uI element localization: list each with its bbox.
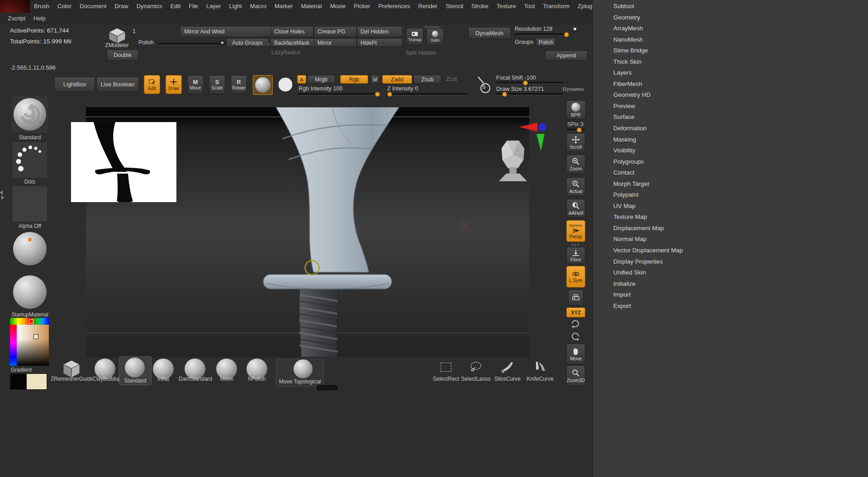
m-button[interactable]: M [370,75,379,84]
resolution-slider-nub[interactable] [564,32,569,37]
xyz-button[interactable]: XYZ [566,307,585,317]
tray-scrollbar[interactable] [317,385,337,390]
palette-item-subtool[interactable]: Subtool [593,1,868,12]
palette-item-normal-map[interactable]: Normal Map [593,234,868,245]
palette-item-thick-skin[interactable]: Thick Skin [593,57,868,68]
rgb-button[interactable]: Rgb [340,75,368,84]
draw-size-slider[interactable] [496,93,563,95]
current-material-button[interactable] [253,75,273,95]
scale-button[interactable]: S Scale [209,75,225,94]
palette-item-morph-target[interactable]: Morph Target [593,179,868,190]
draw-button[interactable]: Draw [166,75,182,94]
left-tray-collapse-handle[interactable] [0,190,5,202]
rotate-canvas-alt-icon[interactable] [570,331,581,342]
color-picker[interactable] [10,318,49,366]
palette-item-vector-displacement-map[interactable]: Vector Displacement Map [593,245,868,256]
palette-item-geometry[interactable]: Geometry [593,12,868,24]
palette-item-arraymesh[interactable]: ArrayMesh [593,23,868,34]
zsub-button[interactable]: Zsub [413,75,441,84]
brush-tray-standard-selected[interactable]: Standard [119,356,152,385]
floor-axis-letters[interactable]: x y z [566,242,584,247]
hue-strip-left[interactable] [10,325,17,366]
palette-item-initialize[interactable]: Initialize [593,279,868,290]
z-intensity-nub[interactable] [387,92,392,97]
menu-layer[interactable]: Layer [202,0,225,12]
palette-item-export[interactable]: Export [593,301,868,312]
a-button[interactable]: A [297,75,306,84]
backface-mask-button[interactable]: BackfaceMask [270,38,316,47]
focal-shift-slider[interactable] [496,82,563,84]
menu-movie[interactable]: Movie [326,0,350,12]
menu-material[interactable]: Material [297,0,326,12]
auto-groups-radio-icon[interactable] [219,40,225,46]
move-button[interactable]: M Move [187,75,204,94]
palette-item-contact[interactable]: Contact [593,167,868,179]
dynamesh-button[interactable]: DynaMesh [468,27,511,39]
menu-zscript[interactable]: Zscript [4,13,29,24]
rotate-canvas-icon[interactable] [570,318,581,329]
menu-dynamics[interactable]: Dynamics [133,0,166,12]
bpr-button[interactable]: BPR [566,100,586,119]
hue-marker[interactable] [29,319,33,324]
stroke-settings-button[interactable]: S [475,75,493,94]
menu-preferences[interactable]: Preferences [374,0,414,12]
see-through-button[interactable] [568,289,583,306]
palette-item-unified-skin[interactable]: Unified Skin [593,267,868,279]
edit-button[interactable]: Edit [144,75,160,94]
menu-stroke[interactable]: Stroke [467,0,493,12]
rotate-button[interactable]: R Rotate [231,75,247,94]
menu-tool[interactable]: Tool [520,0,539,12]
zadd-button[interactable]: Zadd [382,75,412,84]
z-intensity-slider[interactable] [387,93,468,95]
selectlasso-tool[interactable] [469,361,483,373]
palette-item-polygroups[interactable]: Polygroups [593,156,868,168]
gizmo-z-dot[interactable] [538,123,546,131]
palette-item-preview[interactable]: Preview [593,101,868,112]
mirror-and-weld-button[interactable]: Mirror And Weld [180,26,271,37]
switch-color-button[interactable] [276,75,295,94]
menu-brush[interactable]: Brush [30,0,53,12]
brush-tray-move-topological[interactable]: Move Topological [276,359,324,387]
rgb-intensity-nub[interactable] [375,92,380,97]
auto-groups-button[interactable]: Auto Groups [226,38,269,47]
mirror-button[interactable]: Mirror [314,38,357,47]
main-color-swatch[interactable] [10,373,27,390]
resolution-slider[interactable] [515,33,569,36]
slicecurve-tool[interactable] [501,360,514,373]
aahalf-button[interactable]: AAHalf [566,199,585,218]
double-button[interactable]: Double [107,50,138,61]
focal-shift-nub[interactable] [523,80,528,85]
sv-square[interactable] [17,325,49,366]
palette-item-geometry-hd[interactable]: Geometry HD [593,90,868,101]
palette-item-polypaint[interactable]: Polypaint [593,189,868,201]
menu-help[interactable]: Help [29,13,50,24]
palette-item-layers[interactable]: Layers [593,67,868,79]
actual-button[interactable]: Actual [566,177,585,196]
palette-item-texture-map[interactable]: Texture Map [593,212,868,223]
palette-item-deformation[interactable]: Deformation [593,123,868,134]
crease-pg-button[interactable]: Crease PG [314,26,357,37]
menu-stencil[interactable]: Stencil [441,0,467,12]
draw-size-nub[interactable] [502,92,507,97]
append-button[interactable]: Append [545,51,588,61]
menu-draw[interactable]: Draw [110,0,132,12]
palette-item-visibility[interactable]: Visibility [593,145,868,156]
secondary-color-swatch[interactable] [26,373,47,390]
palette-item-uv-map[interactable]: UV Map [593,201,868,212]
gizmo-y-arrow[interactable] [536,134,545,151]
spix-slider[interactable] [567,129,584,131]
move-canvas-button[interactable]: Move [566,344,585,364]
menu-picker[interactable]: Picker [350,0,374,12]
material-thumbnail[interactable] [13,274,47,310]
menu-edit[interactable]: Edit [166,0,185,12]
palette-item-displacement-map[interactable]: Displacement Map [593,223,868,234]
zoom3d-button[interactable]: Zoom3D [566,365,585,386]
floor-button[interactable]: Floor [566,247,585,264]
spix-nub[interactable] [577,128,582,132]
texture-thumbnail[interactable] [13,231,47,267]
local-symmetry-button[interactable]: L.Sym [566,266,585,288]
menu-transform[interactable]: Transform [539,0,574,12]
knifecurve-tool[interactable] [533,360,547,373]
zoom-button[interactable]: Zoom [566,155,585,174]
menu-marker[interactable]: Marker [270,0,297,12]
